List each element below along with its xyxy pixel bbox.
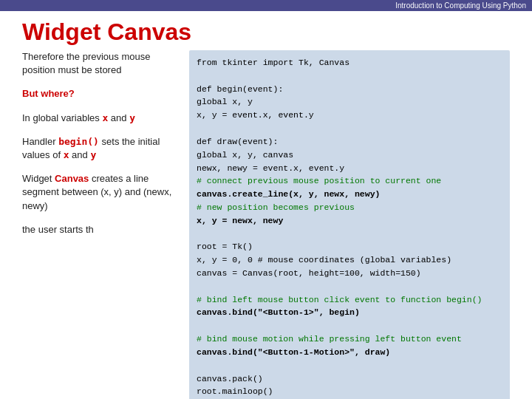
- code-line-5: x, y = event.x, event.y: [197, 109, 502, 122]
- global-vars-prefix: In global variables: [22, 112, 102, 123]
- header-bar: Introduction to Computing Using Python: [0, 0, 532, 11]
- code-line-26: root.mainloop(): [197, 385, 502, 398]
- section-handler: Handler begin() sets the initial values …: [22, 135, 177, 162]
- but-where-label: But where?: [22, 87, 177, 100]
- title-bar: Widget Canvas: [0, 11, 532, 50]
- and-text: and: [108, 112, 129, 123]
- therefore-text: Therefore the previous mouse position mu…: [22, 50, 177, 77]
- title-highlight: Canvas: [107, 18, 191, 45]
- var-y: y: [129, 112, 135, 123]
- user-starts-text: the user starts th: [22, 223, 177, 236]
- widget-text: Widget Canvas creates a line segment bet…: [22, 172, 177, 213]
- code-panel: from tkinter import Tk, Canvas def begin…: [189, 50, 510, 399]
- main-content: Therefore the previous mouse position mu…: [0, 50, 532, 399]
- code-line-21: [197, 319, 502, 332]
- code-line-3: def begin(event):: [197, 83, 502, 96]
- code-line-7: def draw(event):: [197, 135, 502, 149]
- code-line-8: global x, y, canvas: [197, 149, 502, 162]
- code-line-25: canvas.pack(): [197, 372, 502, 386]
- code-line-9: newx, newy = event.x, event.y: [197, 162, 502, 175]
- code-line-24: [197, 359, 502, 372]
- code-line-12: # new position becomes previous: [197, 201, 502, 214]
- section-user-starts: the user starts th: [22, 223, 177, 236]
- section-but-where: But where?: [22, 87, 177, 100]
- canvas-label: Canvas: [55, 173, 89, 184]
- code-line-4: global x, y: [197, 95, 502, 109]
- code-line-23: canvas.bind("<Button-1-Motion>", draw): [197, 346, 502, 359]
- code-line-10: # connect previous mouse position to cur…: [197, 174, 502, 188]
- code-line-15: root = Tk(): [197, 240, 502, 253]
- code-line-2: [197, 69, 502, 83]
- header-title: Introduction to Computing Using Python: [395, 1, 526, 10]
- handler-prefix: Handler: [22, 136, 58, 147]
- code-line-1: from tkinter import Tk, Canvas: [197, 56, 502, 69]
- title-prefix: Widget: [22, 18, 107, 45]
- code-line-13: x, y = newx, newy: [197, 214, 502, 228]
- widget-prefix: Widget: [22, 173, 55, 184]
- section-therefore: Therefore the previous mouse position mu…: [22, 50, 177, 77]
- code-line-22: # bind mouse motion while pressing left …: [197, 332, 502, 346]
- left-panel: Therefore the previous mouse position mu…: [22, 50, 177, 399]
- code-line-17: canvas = Canvas(root, height=100, width=…: [197, 267, 502, 280]
- code-line-11: canvas.create_line(x, y, newx, newy): [197, 188, 502, 201]
- code-line-18: [197, 280, 502, 293]
- code-line-16: x, y = 0, 0 # mouse coordinates (global …: [197, 253, 502, 267]
- global-vars-text: In global variables x and y: [22, 112, 177, 125]
- section-widget: Widget Canvas creates a line segment bet…: [22, 172, 177, 213]
- code-line-20: canvas.bind("<Button-1>", begin): [197, 306, 502, 319]
- section-global-vars: In global variables x and y: [22, 112, 177, 125]
- code-line-6: [197, 122, 502, 135]
- handler-text: Handler begin() sets the initial values …: [22, 135, 177, 162]
- code-line-19: # bind left mouse button click event to …: [197, 293, 502, 307]
- handler-y: y: [90, 149, 96, 160]
- code-line-14: [197, 228, 502, 241]
- page-title: Widget Canvas: [22, 18, 510, 46]
- begin-func: begin(): [58, 136, 99, 147]
